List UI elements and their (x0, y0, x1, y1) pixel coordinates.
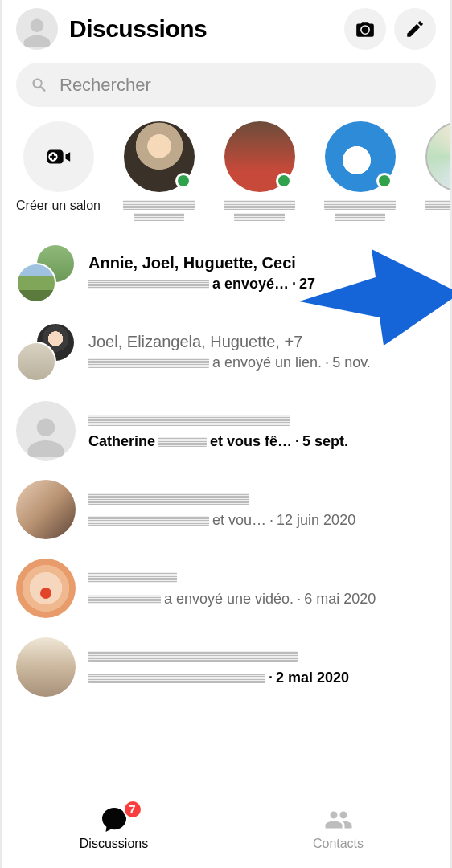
conversation-body: · 2 mai 2020 (88, 648, 436, 686)
story-name-redacted (324, 200, 396, 210)
group-avatar (16, 244, 76, 303)
preview-date: 27 (299, 276, 315, 293)
redacted-text (88, 280, 209, 289)
tab-discussions[interactable]: 7 Discussions (2, 788, 226, 868)
redacted-text (88, 493, 249, 505)
person-icon (19, 14, 55, 50)
online-status-icon (276, 173, 292, 189)
story-name-redacted (425, 200, 450, 210)
conversation-body: a envoyé une vidéo. · 6 mai 2020 (88, 569, 436, 608)
story-avatar (124, 121, 195, 192)
conversation-preview: a envoyé un lien. · 5 nov. (88, 354, 436, 371)
conversation-preview: · 2 mai 2020 (88, 669, 436, 686)
preview-prefix: Catherine (88, 433, 155, 450)
create-room-label: Créer un salon (16, 199, 101, 213)
header: Discussions (2, 0, 450, 55)
create-room-button[interactable]: Créer un salon (16, 121, 101, 221)
redacted-text (88, 572, 177, 583)
avatar (16, 637, 76, 697)
conversation-row[interactable]: Catherine et vous fê… · 5 sept. (2, 391, 450, 470)
conversation-body: Annie, Joel, Huguette, Ceci a envoyé… · … (88, 254, 436, 293)
camera-icon (355, 18, 376, 39)
redacted-text (88, 595, 161, 604)
conversation-title: Joel, Elizangela, Huguette, +7 (88, 333, 436, 351)
story-name-redacted (234, 213, 285, 221)
story-name-redacted (123, 200, 195, 210)
profile-avatar[interactable] (16, 8, 58, 50)
redacted-text (88, 516, 209, 526)
stories-row[interactable]: Créer un salon (2, 110, 450, 221)
people-icon (324, 805, 353, 834)
story-name-redacted (134, 213, 184, 221)
tab-discussions-label: Discussions (80, 837, 148, 851)
conversation-title (88, 648, 436, 666)
avatar (16, 401, 76, 461)
conversation-row[interactable]: a envoyé une vidéo. · 6 mai 2020 (2, 549, 450, 628)
pencil-icon (405, 18, 425, 39)
video-plus-icon (45, 143, 72, 170)
preview-date: 5 sept. (302, 433, 348, 450)
conversation-title: Annie, Joel, Huguette, Ceci (88, 254, 436, 272)
preview-date: 12 juin 2020 (277, 512, 355, 529)
create-room-avatar (23, 121, 94, 192)
preview-text: a envoyé un lien. (212, 354, 322, 371)
conversation-row[interactable]: et vou… · 12 juin 2020 (2, 470, 450, 549)
search-input[interactable]: Rechercher (16, 63, 436, 107)
search-row: Rechercher (2, 55, 450, 110)
story-item-3[interactable] (318, 121, 402, 221)
story-item-4[interactable] (418, 121, 450, 221)
compose-button[interactable] (394, 8, 436, 50)
preview-text: et vou… (212, 512, 266, 529)
preview-date: 5 nov. (332, 354, 371, 371)
conversation-body: Joel, Elizangela, Huguette, +7 a envoyé … (88, 333, 436, 371)
avatar (16, 480, 76, 539)
story-item-1[interactable] (117, 121, 201, 221)
story-name-redacted (224, 200, 295, 210)
bottom-tabs: 7 Discussions Contacts (2, 788, 450, 868)
redacted-text (88, 415, 290, 426)
story-avatar (224, 121, 295, 192)
redacted-text (88, 651, 298, 662)
preview-text: et vous fê… (210, 433, 292, 450)
online-status-icon (376, 173, 392, 189)
preview-date: 6 mai 2020 (304, 591, 376, 608)
preview-text: a envoyé une vidéo. (164, 591, 294, 608)
conversation-preview: a envoyé… · 27 (88, 276, 436, 293)
story-avatar (325, 121, 396, 192)
unread-badge: 7 (123, 800, 142, 819)
conversation-preview: a envoyé une vidéo. · 6 mai 2020 (88, 591, 436, 608)
person-icon (22, 412, 70, 461)
conversation-title (88, 490, 436, 509)
preview-text: a envoyé… (212, 276, 289, 293)
conversation-list[interactable]: Annie, Joel, Huguette, Ceci a envoyé… · … (2, 234, 450, 788)
online-status-icon (175, 173, 191, 189)
avatar (16, 559, 76, 618)
conversation-body: Catherine et vous fê… · 5 sept. (88, 411, 436, 450)
search-icon (31, 76, 48, 94)
tab-contacts[interactable]: Contacts (226, 788, 450, 868)
redacted-text (88, 358, 209, 368)
conversation-row[interactable]: · 2 mai 2020 (2, 628, 450, 706)
conversation-row[interactable]: Joel, Elizangela, Huguette, +7 a envoyé … (2, 313, 450, 391)
conversation-title (88, 411, 436, 430)
conversation-row[interactable]: Annie, Joel, Huguette, Ceci a envoyé… · … (2, 234, 450, 313)
conversation-preview: et vou… · 12 juin 2020 (88, 512, 436, 529)
redacted-text (158, 437, 207, 447)
page-title: Discussions (69, 15, 336, 43)
tab-contacts-label: Contacts (313, 837, 364, 851)
conversation-body: et vou… · 12 juin 2020 (88, 490, 436, 529)
conversation-preview: Catherine et vous fê… · 5 sept. (88, 433, 436, 450)
story-avatar (425, 121, 451, 192)
messenger-app: Discussions Rechercher Créer un salo (0, 0, 452, 868)
story-name-redacted (335, 213, 385, 221)
search-placeholder: Rechercher (60, 75, 151, 96)
group-avatar (16, 322, 76, 382)
preview-date: 2 mai 2020 (276, 669, 349, 686)
conversation-title (88, 569, 436, 588)
story-item-2[interactable] (217, 121, 302, 221)
redacted-text (88, 674, 265, 683)
camera-button[interactable] (344, 8, 386, 50)
